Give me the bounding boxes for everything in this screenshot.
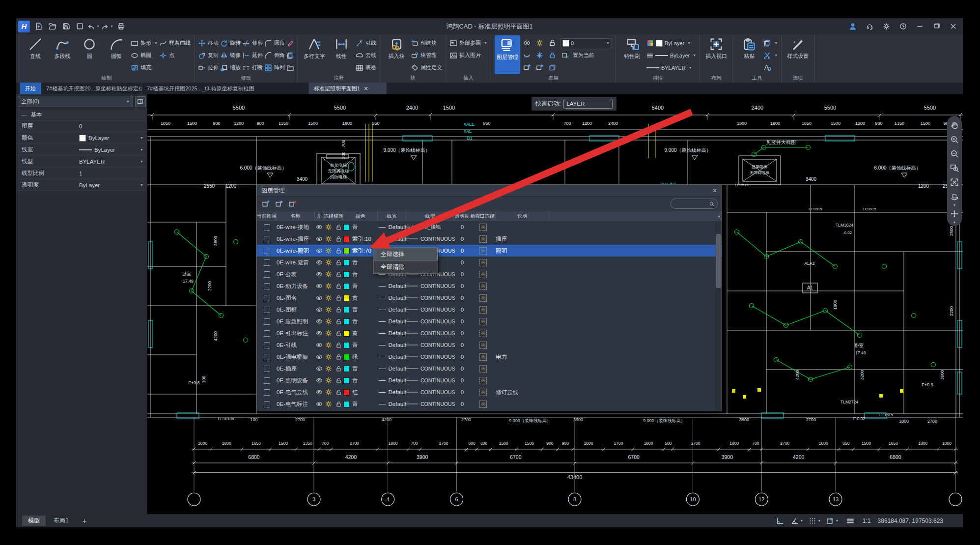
layer-color-cell[interactable]: 青 xyxy=(343,257,378,268)
layer-lineweight-cell[interactable]: Default xyxy=(378,316,406,327)
user-button[interactable] xyxy=(848,22,858,31)
layer-color-cell[interactable]: 青 xyxy=(343,304,378,316)
unlock-icon[interactable] xyxy=(336,295,342,301)
layer-linetype-cell[interactable]: CONTINUOUS xyxy=(406,280,454,292)
layer-transparency-cell[interactable]: 0 xyxy=(454,304,470,316)
layer-linetype-cell[interactable]: CONTINUOUS xyxy=(406,233,454,245)
ribbon-button-移动[interactable]: 移动 xyxy=(198,37,219,49)
eye-icon[interactable] xyxy=(316,401,323,407)
ribbon-button-块管理[interactable]: 块管理 xyxy=(411,49,442,61)
layer-row-0E-图框[interactable]: 0E-图框青DefaultCONTINUOUS0 xyxy=(257,304,722,316)
layer-tool-layeradd-button[interactable] xyxy=(522,62,532,73)
layer-laycheck-button[interactable] xyxy=(560,50,571,61)
redo-button[interactable]: ▼ xyxy=(102,21,112,32)
sun-icon[interactable] xyxy=(325,401,332,407)
vp-freeze-icon[interactable] xyxy=(479,377,487,384)
layer-transparency-cell[interactable]: 0 xyxy=(454,292,470,304)
unlock-icon[interactable] xyxy=(336,271,342,278)
property-row-lineweight[interactable]: ByLayer▼ xyxy=(646,49,696,61)
layer-lineweight-cell[interactable]: Default xyxy=(378,292,406,304)
layer-row-0E-公表[interactable]: 0E-公表青DefaultCONTINUOUS0 xyxy=(257,268,722,280)
delete-layer-button[interactable] xyxy=(287,200,297,208)
unlock-icon[interactable] xyxy=(336,401,342,407)
ribbon-button-样式设置[interactable]: 样式设置 xyxy=(785,35,811,74)
layer-color-cell[interactable]: 红 xyxy=(343,386,378,398)
status-hamb-button[interactable] xyxy=(845,516,856,526)
unlock-icon[interactable] xyxy=(336,366,342,372)
layer-search-input[interactable] xyxy=(673,201,709,207)
ribbon-button-圆[interactable]: 圆 xyxy=(77,35,102,74)
current-layer-checkbox[interactable] xyxy=(264,248,270,254)
layer-color-cell[interactable]: 绿 xyxy=(343,351,378,363)
ribbon-button-修剪[interactable]: 修剪 xyxy=(242,37,263,49)
vp-freeze-icon[interactable] xyxy=(479,318,487,325)
vp-freeze-icon[interactable] xyxy=(479,259,487,266)
column-header-线型[interactable]: 线型 xyxy=(406,211,454,221)
sun-icon[interactable] xyxy=(325,342,332,348)
support-button[interactable] xyxy=(865,22,874,31)
sun-icon[interactable] xyxy=(325,259,332,266)
layer-row-0E-电气云线[interactable]: 0E-电气云线红DefaultCONTINUOUS0修订云线 xyxy=(257,386,722,398)
unlock-icon[interactable] xyxy=(336,224,342,230)
layer-linetype-cell[interactable]: CONTINUOUS xyxy=(406,386,454,398)
vp-freeze-icon[interactable] xyxy=(479,283,487,290)
layer-lineweight-cell[interactable]: Default xyxy=(378,398,406,410)
layer-transparency-cell[interactable]: 0 xyxy=(454,245,470,257)
layer-row-0E-动力设备[interactable]: 0E-动力设备青DefaultCONTINUOUS0 xyxy=(257,280,722,292)
ribbon-button-特性刷[interactable]: 特性刷 xyxy=(619,35,645,74)
dialog-scrollbar[interactable] xyxy=(716,221,721,410)
eye-icon[interactable] xyxy=(316,342,323,348)
layer-eye-button[interactable] xyxy=(522,38,532,49)
property-row-线型比例[interactable]: 线型比例1 xyxy=(16,168,147,179)
layer-row-0E-电气标注[interactable]: 0E-电气标注青DefaultCONTINUOUS0▼ xyxy=(257,398,722,410)
layer-transparency-cell[interactable]: 0 xyxy=(454,280,470,292)
nav-hand-button[interactable] xyxy=(949,120,960,131)
unlock-icon[interactable] xyxy=(336,236,342,242)
panel-options-button[interactable] xyxy=(135,96,146,107)
status-griddots-button[interactable]: ▼ xyxy=(810,516,820,526)
layer-transparency-cell[interactable]: 0 xyxy=(454,398,470,410)
layer-lineweight-cell[interactable]: Default xyxy=(378,327,406,339)
add-layout-button[interactable]: + xyxy=(77,516,93,526)
sun-icon[interactable] xyxy=(325,271,332,278)
layer-lineweight-cell[interactable]: Default xyxy=(378,221,406,233)
layer-sun-button[interactable] xyxy=(534,38,545,49)
layer-linetype-cell[interactable]: CONTINUOUS xyxy=(406,304,454,316)
tab-开始[interactable]: 开始 xyxy=(20,83,41,94)
ribbon-button-打断[interactable]: 打断 xyxy=(242,61,263,74)
maximize-button[interactable] xyxy=(931,22,941,31)
layer-row-0E-wire-照明[interactable]: 0E-wire-照明索引:70DefaultCONTINUOUS0照明 xyxy=(257,245,722,257)
layer-color-cell[interactable]: 黄 xyxy=(343,327,378,339)
layer-color-cell[interactable]: 青 xyxy=(343,268,378,280)
vp-freeze-icon[interactable] xyxy=(479,224,487,231)
unlock-icon[interactable] xyxy=(336,248,342,254)
menu-item-全部清除[interactable]: 全部清除 xyxy=(374,260,438,273)
tab-close-icon[interactable]: ✕ xyxy=(364,86,368,92)
layer-transparency-cell[interactable]: 0 xyxy=(454,233,470,245)
vp-freeze-icon[interactable] xyxy=(479,271,487,278)
layout-tab-布局1[interactable]: 布局1 xyxy=(48,516,75,526)
current-layer-checkbox[interactable] xyxy=(264,401,270,407)
layer-row-0E-引出标注[interactable]: 0E-引出标注黄DefaultCONTINUOUS0 xyxy=(257,327,722,339)
property-row-颜色[interactable]: 颜色ByLayer▼ xyxy=(16,132,147,144)
open-file-button[interactable] xyxy=(47,21,57,32)
eye-icon[interactable] xyxy=(316,224,323,230)
layer-row-0E-引线[interactable]: 0E-引线青DefaultCONTINUOUS0 xyxy=(257,339,722,351)
layer-color-cell[interactable]: 青 xyxy=(343,280,378,292)
property-row-linetype[interactable]: BYLAYER▼ xyxy=(646,61,696,74)
column-header-锁定[interactable]: 锁定 xyxy=(334,211,343,221)
current-layer-checkbox[interactable] xyxy=(264,271,270,278)
property-row-color[interactable]: ByLayer▼ xyxy=(646,37,696,49)
vp-freeze-icon[interactable] xyxy=(479,353,487,361)
ribbon-button-矩形[interactable]: 矩形▼ xyxy=(131,37,158,49)
ribbon-button-线性[interactable]: 线性 xyxy=(329,35,354,74)
layer-transparency-cell[interactable]: 0 xyxy=(454,316,470,327)
tab-7#楼基坑开挖图20...原坐标粘贴坐标定位图[interactable]: 7#楼基坑开挖图20...原坐标粘贴坐标定位图 xyxy=(41,83,142,94)
ribbon-button-多行文字[interactable]: 多行文字 xyxy=(302,35,327,74)
eye-icon[interactable] xyxy=(316,235,323,242)
eye-icon[interactable] xyxy=(316,377,323,384)
layer-color-cell[interactable]: 索引:10 xyxy=(343,233,378,245)
layer-lock2-button[interactable] xyxy=(547,50,558,61)
layer-color-cell[interactable]: 青 xyxy=(343,374,378,386)
unlock-icon[interactable] xyxy=(336,259,342,266)
